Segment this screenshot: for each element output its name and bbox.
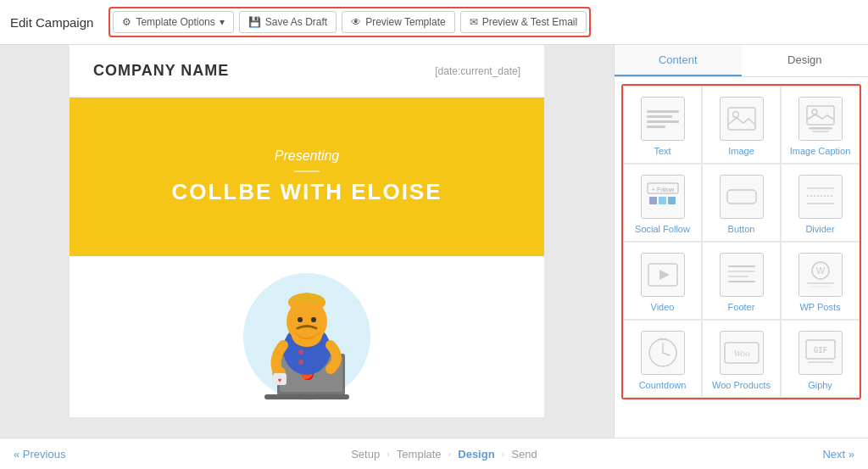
svg-rect-24 bbox=[659, 197, 666, 204]
svg-rect-17 bbox=[807, 106, 834, 125]
chevron-down-icon: ▾ bbox=[220, 16, 225, 28]
next-button[interactable]: Next » bbox=[822, 448, 854, 461]
svg-point-16 bbox=[732, 112, 738, 118]
block-giphy[interactable]: GIF Giphy bbox=[781, 320, 860, 398]
svg-rect-39 bbox=[810, 286, 831, 288]
block-social-follow[interactable]: + Follow Social Follow bbox=[623, 164, 702, 242]
svg-text:W: W bbox=[815, 265, 825, 276]
svg-point-13 bbox=[311, 317, 316, 322]
svg-text:Woo: Woo bbox=[733, 348, 750, 358]
step-arrow-1: › bbox=[387, 449, 390, 459]
step-arrow-2: › bbox=[448, 449, 452, 459]
block-button-label: Button bbox=[728, 224, 755, 234]
svg-point-6 bbox=[298, 360, 303, 365]
email-template: COMPANY NAME [date:current_date] Present… bbox=[70, 45, 544, 417]
svg-rect-15 bbox=[728, 108, 755, 130]
eye-icon: 👁 bbox=[351, 16, 361, 28]
wp-posts-icon: W bbox=[798, 253, 843, 297]
svg-rect-34 bbox=[728, 276, 748, 277]
preview-template-button[interactable]: 👁 Preview Template bbox=[342, 11, 455, 33]
block-text-label: Text bbox=[654, 146, 670, 156]
preview-test-email-button[interactable]: ✉ Preview & Test Email bbox=[460, 11, 587, 33]
block-wp-posts[interactable]: W WP Posts bbox=[781, 242, 860, 320]
svg-rect-48 bbox=[808, 361, 833, 363]
block-image-label: Image bbox=[728, 146, 754, 156]
block-woo-products-label: Woo Products bbox=[712, 380, 771, 390]
save-icon: 💾 bbox=[248, 16, 261, 28]
email-date: [date:current_date] bbox=[435, 65, 520, 77]
woo-products-icon: Woo bbox=[720, 331, 764, 375]
block-video-label: Video bbox=[651, 302, 675, 312]
svg-rect-23 bbox=[649, 197, 657, 204]
svg-text:GIF: GIF bbox=[813, 346, 826, 355]
image-caption-icon bbox=[798, 97, 843, 141]
email-header: COMPANY NAME [date:current_date] bbox=[70, 45, 544, 98]
divider-icon bbox=[798, 175, 843, 219]
character-svg: 🍎 ♥ bbox=[231, 277, 383, 400]
prev-button[interactable]: « Previous bbox=[14, 448, 65, 461]
block-woo-products[interactable]: Woo Woo Products bbox=[702, 320, 781, 398]
button-icon bbox=[720, 175, 764, 219]
svg-rect-27 bbox=[807, 187, 834, 189]
block-image-caption-label: Image Caption bbox=[790, 146, 851, 156]
svg-line-42 bbox=[663, 353, 670, 355]
svg-point-12 bbox=[298, 317, 303, 322]
block-divider[interactable]: Divider bbox=[781, 164, 860, 242]
block-divider-label: Divider bbox=[805, 224, 834, 234]
svg-rect-33 bbox=[728, 271, 755, 272]
svg-rect-2 bbox=[264, 394, 349, 399]
hero-title: COLLBE WITH ELOISE bbox=[103, 179, 510, 205]
hero-divider bbox=[294, 170, 320, 172]
block-countdown-label: Countdown bbox=[639, 380, 687, 390]
email-hero: Presenting COLLBE WITH ELOISE bbox=[70, 98, 544, 256]
svg-text:+ Follow: + Follow bbox=[651, 187, 674, 193]
company-name: COMPANY NAME bbox=[93, 62, 229, 80]
send-icon: ✉ bbox=[470, 16, 478, 28]
svg-rect-20 bbox=[812, 131, 829, 132]
gear-icon: ⚙ bbox=[122, 16, 131, 28]
header: Edit Campaign ⚙ Template Options ▾ 💾 Sav… bbox=[0, 0, 868, 45]
email-image-area: 🍎 ♥ bbox=[70, 256, 544, 417]
social-follow-icon: + Follow bbox=[641, 175, 685, 219]
page-title: Edit Campaign bbox=[10, 15, 93, 30]
svg-marker-31 bbox=[659, 270, 670, 280]
block-image[interactable]: Image bbox=[702, 86, 781, 164]
svg-rect-38 bbox=[807, 282, 834, 284]
tab-content[interactable]: Content bbox=[615, 45, 742, 76]
block-footer[interactable]: Footer bbox=[702, 242, 781, 320]
countdown-icon bbox=[641, 331, 685, 375]
giphy-icon: GIF bbox=[798, 331, 843, 375]
hero-presenting: Presenting bbox=[103, 148, 510, 164]
block-countdown[interactable]: Countdown bbox=[623, 320, 702, 398]
save-as-draft-button[interactable]: 💾 Save As Draft bbox=[239, 11, 337, 33]
breadcrumb: Setup › Template › Design › Send bbox=[65, 448, 822, 461]
svg-rect-19 bbox=[809, 127, 832, 130]
step-send: Send bbox=[511, 448, 537, 461]
footer-icon bbox=[720, 253, 764, 297]
tab-design[interactable]: Design bbox=[742, 45, 869, 76]
step-template: Template bbox=[397, 448, 442, 461]
step-arrow-3: › bbox=[502, 449, 505, 459]
block-wp-posts-label: WP Posts bbox=[799, 302, 840, 312]
block-video[interactable]: Video bbox=[623, 242, 702, 320]
block-button[interactable]: Button bbox=[702, 164, 781, 242]
svg-rect-32 bbox=[728, 265, 755, 267]
svg-rect-35 bbox=[728, 281, 755, 282]
step-design: Design bbox=[458, 448, 494, 461]
text-icon bbox=[641, 97, 685, 141]
right-panel: Content Design Text bbox=[614, 45, 868, 438]
panel-tabs: Content Design bbox=[615, 45, 868, 77]
step-setup: Setup bbox=[351, 448, 380, 461]
svg-rect-26 bbox=[727, 190, 756, 204]
svg-rect-25 bbox=[668, 197, 676, 204]
canvas-area: COMPANY NAME [date:current_date] Present… bbox=[0, 45, 614, 438]
template-options-button[interactable]: ⚙ Template Options ▾ bbox=[113, 11, 233, 33]
block-text[interactable]: Text bbox=[623, 86, 702, 164]
image-icon bbox=[720, 97, 764, 141]
svg-point-5 bbox=[298, 349, 303, 355]
svg-text:♥: ♥ bbox=[278, 377, 282, 384]
block-image-caption[interactable]: Image Caption bbox=[781, 86, 860, 164]
block-footer-label: Footer bbox=[728, 302, 755, 312]
block-giphy-label: Giphy bbox=[808, 380, 832, 390]
character-illustration: 🍎 ♥ bbox=[222, 273, 392, 400]
